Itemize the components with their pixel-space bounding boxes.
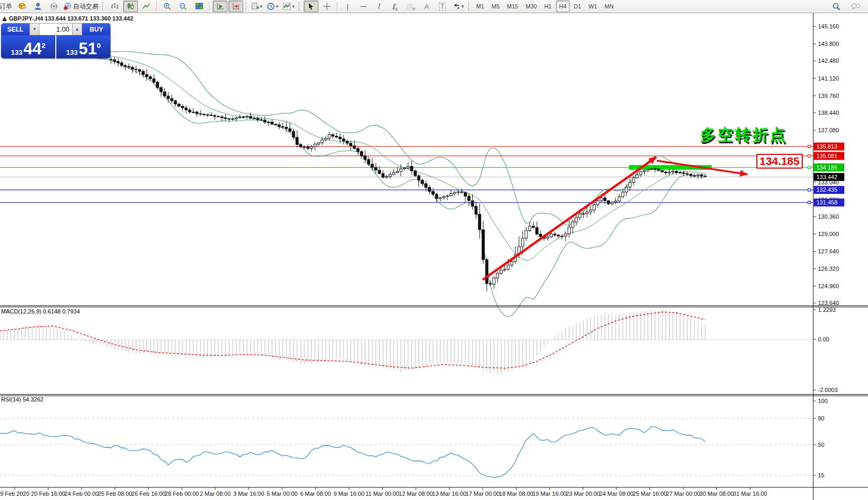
candle-body — [403, 168, 406, 169]
price-badge-label: 134.185 — [816, 164, 837, 171]
candle-body — [109, 59, 112, 60]
chart-shift-icon — [232, 3, 240, 10]
buy-price-button[interactable]: 133 51 0 — [56, 35, 111, 58]
crosshair-button[interactable] — [320, 1, 334, 12]
toolbar-drag-handle[interactable] — [468, 2, 471, 11]
candle-body — [324, 138, 327, 140]
candle-body — [306, 147, 309, 149]
candle-body — [528, 226, 531, 230]
sell-price-big: 44 — [23, 42, 41, 56]
toolbar-drag-handle[interactable] — [298, 2, 302, 11]
autotrading-button[interactable]: 自动交易 — [62, 1, 100, 12]
timeframe-m15[interactable]: M15 — [504, 1, 521, 12]
chart-canvas[interactable]: 145.160143.800142.480141.120139.760138.4… — [0, 0, 868, 500]
vertical-line-icon: | — [347, 3, 348, 11]
volume-up-button[interactable]: ▲ — [72, 23, 82, 35]
line-chart-button[interactable] — [139, 1, 154, 12]
candle-body — [267, 122, 270, 123]
level-anchor-marker[interactable] — [808, 154, 811, 157]
candle-body — [314, 144, 316, 147]
buy-button[interactable]: BUY — [82, 23, 111, 35]
candle-body — [149, 77, 152, 79]
level-anchor-marker[interactable] — [808, 166, 811, 169]
arrows-tool[interactable]: ▾ — [451, 1, 466, 12]
zoom-out-button[interactable] — [176, 1, 191, 12]
signals-icon[interactable] — [46, 1, 61, 12]
candle-body — [475, 206, 477, 214]
candle-body — [596, 201, 599, 204]
crosshair-icon — [323, 3, 331, 10]
macd-pane-layer: 1.22930.00-2.0003 — [0, 307, 837, 393]
candle-body — [561, 236, 563, 237]
level-anchor-marker[interactable] — [808, 201, 811, 204]
zoom-in-button[interactable] — [160, 1, 175, 12]
fibonacci-tool[interactable]: F — [404, 1, 418, 12]
chart-shift-button[interactable] — [228, 1, 243, 12]
volume-input[interactable]: 1.00 — [39, 23, 72, 35]
rsi-line — [0, 426, 705, 477]
chevron-down-icon[interactable]: ▾ — [260, 4, 263, 9]
price-axis-layer: 145.160143.800142.480141.120139.760138.4… — [813, 13, 844, 500]
candle-body — [160, 87, 163, 92]
chevron-down-icon[interactable]: ▾ — [292, 4, 295, 9]
sell-price-button[interactable]: 133 44 2 — [1, 35, 55, 58]
candle-body — [171, 99, 173, 101]
candle-body — [421, 180, 424, 184]
timeframe-mn[interactable]: MN — [602, 1, 617, 12]
search-button[interactable] — [829, 1, 844, 12]
level-anchor-marker[interactable] — [808, 189, 811, 191]
candle-body — [228, 119, 231, 119]
candle-body — [256, 119, 259, 120]
new-order-button[interactable]: 订单 — [0, 1, 14, 12]
candle-body — [496, 273, 499, 278]
candle-body — [350, 143, 352, 146]
timeframe-h1[interactable]: H1 — [541, 1, 555, 12]
toolbar-drag-handle[interactable] — [102, 2, 105, 11]
timeframe-w1[interactable]: W1 — [585, 1, 601, 12]
candle-body — [539, 234, 542, 236]
candle-body — [622, 192, 624, 197]
trendline-tool[interactable]: / — [372, 1, 387, 12]
candle-body — [131, 67, 134, 70]
chat-button[interactable] — [849, 1, 863, 12]
vertical-line-tool[interactable]: | — [341, 1, 355, 12]
channel-tool[interactable]: ∥ E — [388, 1, 403, 12]
metaeditor-icon[interactable] — [15, 1, 29, 12]
text-label-tool[interactable]: T — [435, 1, 450, 12]
auto-scroll-button[interactable] — [213, 1, 227, 12]
candle-body — [214, 115, 216, 116]
time-axis-label: 24 Feb 00:00 — [65, 491, 99, 497]
candle-body — [153, 79, 155, 82]
new-chart-button[interactable]: ▾ — [250, 1, 264, 12]
candlestick-chart-button[interactable] — [123, 1, 138, 12]
timeframe-h4[interactable]: H4 — [556, 1, 570, 12]
candle-body — [271, 122, 273, 124]
candle-body — [135, 69, 137, 70]
candle-body — [507, 265, 510, 269]
timeframe-m1[interactable]: M1 — [473, 1, 487, 12]
horizontal-line-tool[interactable]: — — [356, 1, 371, 12]
periods-button[interactable]: ▾ — [265, 1, 280, 12]
bar-chart-button[interactable] — [107, 1, 122, 12]
candle-body — [654, 169, 656, 169]
bollinger-bands-layer — [46, 35, 705, 317]
timeframe-d1[interactable]: D1 — [571, 1, 584, 12]
tile-windows-button[interactable] — [192, 1, 206, 12]
indicators-button[interactable]: ▾ — [281, 1, 296, 12]
candle-body — [288, 129, 291, 131]
chevron-down-icon[interactable]: ▾ — [462, 4, 464, 9]
candle-body — [181, 106, 184, 108]
candle-body — [640, 172, 642, 175]
community-profile-icon[interactable] — [31, 1, 45, 12]
level-anchor-marker[interactable] — [808, 145, 811, 148]
sell-button[interactable]: SELL — [1, 23, 29, 35]
candle-body — [557, 235, 560, 236]
chevron-down-icon[interactable]: ▾ — [276, 4, 278, 9]
timeframe-m5[interactable]: M5 — [488, 1, 503, 12]
volume-down-button[interactable]: ▼ — [29, 23, 39, 35]
candle-body — [425, 184, 427, 188]
timeframe-m30[interactable]: M30 — [523, 1, 540, 12]
text-tool[interactable]: A — [420, 1, 434, 12]
cursor-button[interactable] — [304, 1, 318, 12]
candle-body — [478, 214, 481, 230]
